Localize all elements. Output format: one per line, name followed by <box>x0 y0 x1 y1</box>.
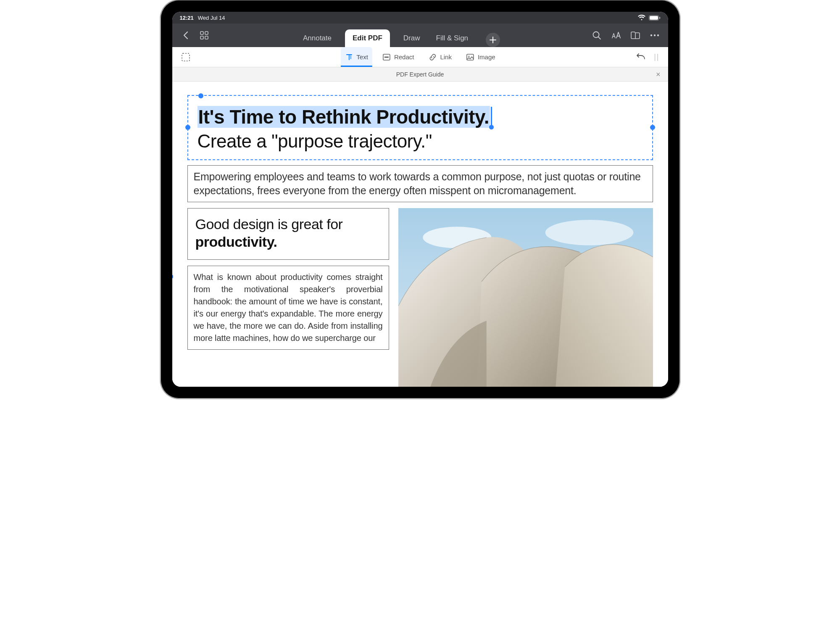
thumbnails-button[interactable] <box>199 30 209 40</box>
tool-image-label: Image <box>478 53 495 61</box>
status-time: 12:21 <box>180 15 194 21</box>
more-button[interactable] <box>650 30 660 40</box>
document-canvas[interactable]: It's Time to Rethink Productivity. Creat… <box>172 82 668 387</box>
svg-point-15 <box>468 55 469 57</box>
svg-point-9 <box>653 34 655 36</box>
svg-rect-6 <box>205 36 208 39</box>
toolbar-divider: || <box>654 53 659 61</box>
file-tab-title[interactable]: PDF Expert Guide <box>396 71 444 78</box>
svg-point-8 <box>650 34 652 36</box>
intro-paragraph-text: Empowering employees and teams to work t… <box>194 171 641 196</box>
tool-image[interactable]: Image <box>462 47 500 67</box>
top-toolbar: Annotate Edit PDF Draw Fill & Sign <box>172 24 668 47</box>
text-cursor-icon <box>491 107 492 127</box>
tab-edit-pdf[interactable]: Edit PDF <box>345 29 390 47</box>
tool-link-label: Link <box>440 53 452 61</box>
tab-annotate[interactable]: Annotate <box>300 29 334 47</box>
back-button[interactable] <box>181 30 191 40</box>
svg-rect-1 <box>650 16 658 20</box>
svg-rect-3 <box>200 32 203 34</box>
undo-button[interactable] <box>635 53 646 61</box>
tool-text[interactable]: Text <box>340 47 372 67</box>
text-selection-box[interactable]: It's Time to Rethink Productivity. Creat… <box>187 95 653 160</box>
search-button[interactable] <box>592 30 602 40</box>
tool-link[interactable]: Link <box>424 47 456 67</box>
wifi-icon <box>638 15 645 21</box>
status-bar: 12:21 Wed Jul 14 <box>172 12 668 24</box>
intro-paragraph-box[interactable]: Empowering employees and teams to work t… <box>187 165 653 202</box>
edit-sub-toolbar: Text Redact Link Image <box>172 47 668 67</box>
headline-sub[interactable]: Create a "purpose trajectory." <box>197 131 643 152</box>
text-size-button[interactable] <box>611 30 621 40</box>
svg-rect-5 <box>200 36 203 39</box>
selection-tool-button[interactable] <box>181 52 191 62</box>
sub-head-bold: productivity. <box>195 234 277 250</box>
selection-handle-icon[interactable] <box>650 125 655 130</box>
bookmarks-button[interactable] <box>630 30 640 40</box>
svg-rect-11 <box>182 53 190 61</box>
svg-rect-4 <box>205 32 208 34</box>
sub-heading-box[interactable]: Good design is great for productivity. <box>187 208 389 260</box>
tab-draw[interactable]: Draw <box>401 29 423 47</box>
sub-head-pre: Good design is great for <box>195 216 343 232</box>
headline-bold[interactable]: It's Time to Rethink Productivity. <box>197 106 490 128</box>
tool-redact[interactable]: Redact <box>378 47 419 67</box>
close-file-tab-button[interactable]: × <box>656 70 661 79</box>
article-image[interactable] <box>398 208 653 387</box>
tool-redact-label: Redact <box>394 53 414 61</box>
svg-point-10 <box>657 34 658 36</box>
side-indicator-icon <box>172 275 173 278</box>
svg-rect-13 <box>384 56 389 58</box>
selection-handle-icon[interactable] <box>198 93 203 98</box>
tab-fill-sign[interactable]: Fill & Sign <box>434 29 471 47</box>
battery-icon <box>649 15 661 21</box>
body-paragraph-text: What is known about productivity comes s… <box>194 272 383 343</box>
svg-point-18 <box>545 220 633 245</box>
file-tab-strip: PDF Expert Guide × <box>172 67 668 82</box>
tool-text-label: Text <box>356 53 368 61</box>
body-paragraph-box[interactable]: What is known about productivity comes s… <box>187 266 389 350</box>
svg-rect-2 <box>659 17 660 19</box>
selection-handle-icon[interactable] <box>185 125 190 130</box>
add-tab-button[interactable] <box>486 33 500 47</box>
status-date: Wed Jul 14 <box>198 15 225 21</box>
